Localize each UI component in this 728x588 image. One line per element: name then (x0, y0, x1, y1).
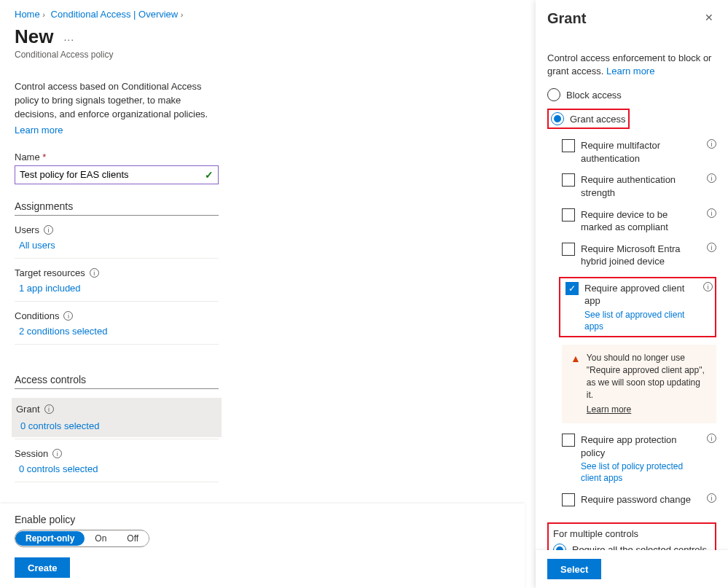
name-label: Name * (15, 152, 219, 162)
session-label: Sessioni (15, 448, 219, 459)
conditions-value[interactable]: 2 conditions selected (19, 326, 219, 337)
breadcrumb-conditional-access[interactable]: Conditional Access | Overview (51, 9, 179, 20)
require-hybrid-joined-checkbox[interactable]: Require Microsoft Entra hybrid joined de… (562, 243, 716, 268)
toggle-off[interactable]: Off (117, 531, 149, 546)
info-icon[interactable]: i (707, 173, 716, 183)
create-button[interactable]: Create (15, 557, 70, 578)
grant-row-selected[interactable]: Granti 0 controls selected (12, 398, 222, 437)
info-icon[interactable]: i (52, 449, 62, 458)
learn-more-link[interactable]: Learn more (15, 125, 63, 136)
info-icon[interactable]: i (63, 311, 73, 321)
require-compliant-device-checkbox[interactable]: Require device to be marked as compliant… (562, 208, 716, 234)
checkbox-icon (562, 173, 575, 187)
grant-panel: Grant ✕ Control access enforcement to bl… (536, 0, 728, 588)
enable-policy-toggle: Report-only On Off (15, 530, 149, 547)
checkbox-icon: ✓ (565, 282, 579, 295)
toggle-on[interactable]: On (85, 531, 117, 546)
approved-client-apps-link[interactable]: See list of approved client apps (584, 309, 697, 332)
info-icon[interactable]: i (707, 243, 716, 252)
enable-policy-label: Enable policy (15, 514, 525, 525)
close-icon[interactable]: ✕ (702, 10, 716, 25)
session-value[interactable]: 0 controls selected (19, 463, 219, 474)
grant-label: Grant (16, 404, 40, 415)
require-password-change-checkbox[interactable]: Require password change i (562, 493, 716, 506)
warning-learn-more[interactable]: Learn more (587, 404, 708, 416)
assignments-header: Assignments (15, 200, 219, 216)
page-title: New (15, 26, 53, 48)
info-icon[interactable]: i (44, 225, 53, 235)
toggle-report-only[interactable]: Report-only (15, 531, 85, 546)
radio-icon (547, 88, 560, 101)
require-app-protection-checkbox[interactable]: Require app protection policy See list o… (562, 434, 716, 484)
users-value[interactable]: All users (19, 240, 219, 251)
panel-title: Grant (547, 10, 586, 27)
grant-value[interactable]: 0 controls selected (20, 420, 217, 431)
panel-description: Control access enforcement to block or g… (547, 52, 716, 78)
require-auth-strength-checkbox[interactable]: Require authentication strength i (562, 173, 716, 199)
deprecation-warning: ▲ You should no longer use "Require appr… (562, 345, 716, 423)
info-icon[interactable]: i (703, 282, 713, 291)
more-icon[interactable]: ··· (63, 34, 74, 45)
conditions-label: Conditionsi (15, 310, 219, 321)
users-label: Usersi (15, 224, 219, 235)
info-icon[interactable]: i (707, 434, 716, 443)
breadcrumb: Home › Conditional Access | Overview › (15, 9, 525, 20)
page-subtitle: Conditional Access policy (15, 50, 525, 60)
multiple-controls-header: For multiple controls (553, 528, 711, 539)
checkbox-icon (562, 139, 575, 152)
info-icon[interactable]: i (707, 139, 716, 149)
name-input-wrap: ✓ (15, 165, 219, 184)
chevron-right-icon: › (42, 10, 45, 19)
radio-icon (551, 112, 564, 125)
info-icon[interactable]: i (707, 208, 716, 218)
checkbox-icon (562, 493, 575, 506)
checkbox-icon (562, 243, 575, 256)
panel-learn-more[interactable]: Learn more (606, 66, 654, 77)
require-mfa-checkbox[interactable]: Require multifactor authentication i (562, 139, 716, 165)
info-icon[interactable]: i (707, 493, 716, 503)
require-approved-client-app-checkbox[interactable]: ✓ Require approved client app See list o… (565, 282, 713, 332)
info-icon[interactable]: i (90, 268, 99, 278)
target-resources-value[interactable]: 1 app included (19, 283, 219, 294)
grant-access-radio[interactable]: Grant access (551, 112, 626, 125)
warning-icon: ▲ (571, 352, 581, 416)
block-access-radio[interactable]: Block access (547, 88, 716, 101)
name-input[interactable] (20, 168, 205, 181)
protected-client-apps-link[interactable]: See list of policy protected client apps (581, 460, 701, 484)
target-resources-label: Target resourcesi (15, 267, 219, 278)
breadcrumb-home[interactable]: Home (15, 9, 40, 20)
checkbox-icon (562, 208, 575, 222)
access-controls-header: Access controls (15, 374, 219, 389)
policy-description: Control access based on Conditional Acce… (15, 80, 219, 122)
chevron-right-icon: › (181, 10, 184, 19)
select-button[interactable]: Select (547, 559, 601, 579)
info-icon[interactable]: i (44, 404, 54, 414)
checkmark-icon: ✓ (205, 169, 214, 181)
checkbox-icon (562, 434, 575, 447)
